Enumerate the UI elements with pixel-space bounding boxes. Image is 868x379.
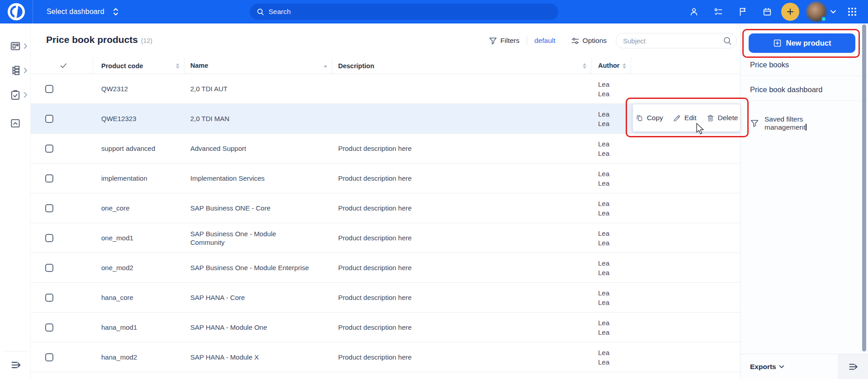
chevron-right-icon	[24, 92, 28, 98]
cell-actions	[631, 342, 740, 372]
tasks-icon[interactable]	[713, 7, 723, 17]
cell-product-code: hana_mod1	[93, 313, 184, 342]
subject-search-input[interactable]	[616, 33, 737, 48]
table-row[interactable]: hana_mod2 SAP HANA - Module X Product de…	[31, 342, 740, 372]
table-row[interactable]: support advanced Advanced Support Produc…	[31, 134, 740, 164]
row-checkbox[interactable]	[45, 174, 53, 182]
column-label: Author	[598, 61, 620, 70]
edit-button[interactable]: Edit	[673, 114, 697, 122]
table-row[interactable]: one_core SAP Business ONE - Core Product…	[31, 193, 740, 223]
dashboard-selector[interactable]: Select dashboard	[47, 8, 104, 16]
author-line: Lea	[598, 288, 609, 298]
row-checkbox[interactable]	[45, 204, 53, 212]
copy-icon	[635, 114, 644, 122]
search-icon	[256, 8, 264, 16]
cell-product-code: hana_core	[93, 283, 184, 312]
sort-icon[interactable]	[176, 63, 179, 69]
column-header-product-code[interactable]: Product code	[93, 58, 184, 74]
sort-icon[interactable]	[583, 63, 586, 69]
plus-icon	[786, 8, 794, 16]
table-row[interactable]: hana_core SAP HANA - Core Product descri…	[31, 283, 740, 313]
calendar-icon[interactable]	[762, 7, 772, 17]
author-line: Lea	[598, 238, 609, 248]
row-select-cell	[31, 164, 93, 193]
copy-button[interactable]: Copy	[635, 114, 663, 122]
main-content: Price book products(12) Filters default …	[31, 23, 740, 379]
row-checkbox[interactable]	[45, 264, 53, 272]
topbar-divider	[33, 0, 33, 23]
table-row[interactable]: implementation Implementation Services P…	[31, 164, 740, 193]
row-checkbox[interactable]	[45, 353, 53, 361]
column-header-description[interactable]: Description	[332, 58, 591, 74]
global-search[interactable]	[250, 4, 558, 20]
table-row[interactable]: one_mod2 SAP Business One - Module Enter…	[31, 253, 740, 283]
user-icon[interactable]	[689, 7, 699, 17]
top-bar: Select dashboard	[0, 0, 868, 23]
apps-grid-icon[interactable]	[847, 7, 857, 17]
avatar-chevron-down-icon[interactable]	[830, 9, 836, 14]
cell-name: SAP Business One - ModuleCommunity	[184, 223, 332, 253]
author-line: Lea	[598, 89, 609, 98]
app-logo[interactable]	[0, 2, 33, 21]
right-action-sidebar: New product Price books Price book dashb…	[740, 23, 868, 379]
sidebar-footer-divider	[4, 351, 27, 351]
cell-author: LeaLea	[591, 74, 631, 103]
row-select-cell	[31, 134, 93, 163]
cell-product-code: QWE12323	[93, 104, 184, 133]
cell-actions	[631, 164, 740, 193]
options-button[interactable]: Options	[571, 37, 607, 45]
row-select-cell	[31, 342, 93, 372]
subject-search-icon[interactable]	[723, 36, 732, 45]
filters-button[interactable]: Filters	[489, 37, 519, 45]
row-checkbox[interactable]	[45, 294, 53, 302]
column-header-select[interactable]	[31, 58, 93, 74]
filter-preset-link[interactable]: default	[534, 37, 556, 45]
cell-actions	[631, 253, 740, 282]
cell-product-code: implementation	[93, 164, 184, 193]
vertical-scrollbar[interactable]	[862, 24, 866, 351]
nav-item-structure[interactable]	[0, 63, 31, 78]
row-checkbox[interactable]	[45, 145, 53, 153]
new-product-label: New product	[786, 39, 831, 47]
cell-product-code: QW2312	[93, 74, 184, 103]
column-header-name[interactable]: Name	[184, 58, 332, 74]
table-row[interactable]: hana_mod1 SAP HANA - Module One Product …	[31, 313, 740, 342]
cell-description: Product description here	[332, 193, 591, 223]
row-checkbox[interactable]	[45, 323, 53, 332]
cell-product-code: one_mod2	[93, 253, 184, 282]
dashboard-selector-updown-icon[interactable]	[113, 7, 119, 16]
page-header: Price book products(12) Filters default …	[31, 23, 740, 58]
sidebar-footer: Exports	[741, 354, 868, 379]
sidebar-collapse-button[interactable]	[838, 354, 868, 379]
sidebar-item-label: Price books	[750, 61, 789, 69]
table-row[interactable]: one_mod1 SAP Business One - ModuleCommun…	[31, 223, 740, 253]
cell-actions	[631, 313, 740, 342]
flag-icon[interactable]	[738, 7, 748, 17]
left-nav-sidebar	[0, 23, 31, 379]
user-avatar[interactable]	[807, 2, 826, 22]
search-input[interactable]	[269, 8, 522, 16]
row-checkbox[interactable]	[45, 234, 53, 242]
table-row[interactable]: QW2312 2,0 TDI AUT LeaLea	[31, 74, 740, 104]
sidebar-expand-icon[interactable]	[10, 359, 23, 371]
sort-icon[interactable]	[623, 63, 626, 69]
nav-item-dashboard[interactable]	[0, 38, 31, 54]
exports-button[interactable]: Exports	[750, 363, 784, 371]
copy-label: Copy	[647, 114, 663, 122]
sort-asc-icon[interactable]	[324, 65, 327, 67]
table-header: Product code Name Description Author	[31, 58, 740, 74]
row-checkbox[interactable]	[45, 85, 53, 93]
nav-item-collapse-group[interactable]	[0, 116, 31, 131]
new-product-button[interactable]: New product	[749, 33, 855, 53]
sidebar-item-saved-filters-management[interactable]: Saved filters management	[741, 109, 868, 137]
cell-name: SAP HANA - Module One	[184, 313, 332, 342]
delete-button[interactable]: Delete	[706, 114, 738, 122]
nav-item-clipboard[interactable]	[0, 87, 31, 103]
column-header-author[interactable]: Author	[591, 58, 631, 74]
author-line: Lea	[598, 298, 609, 307]
sidebar-item-price-books[interactable]: Price books	[741, 54, 868, 76]
sidebar-item-price-book-dashboard[interactable]: Price book dashboard	[741, 79, 868, 101]
author-line: Lea	[598, 229, 609, 238]
quick-add-button[interactable]	[781, 3, 799, 21]
row-checkbox[interactable]	[45, 115, 53, 123]
